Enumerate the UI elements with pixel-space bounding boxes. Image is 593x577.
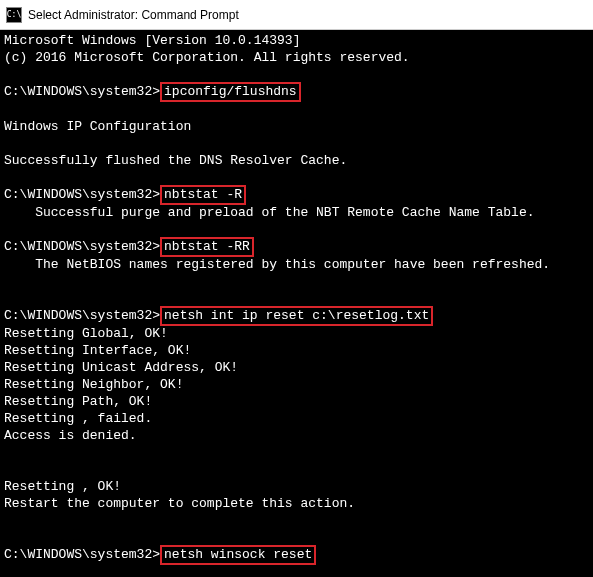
terminal-line: Resetting , failed.: [4, 410, 589, 427]
terminal-line: Successful purge and preload of the NBT …: [4, 204, 589, 221]
prompt-text: C:\WINDOWS\system32>: [4, 187, 160, 202]
terminal-line: [4, 290, 589, 307]
terminal-line: Resetting Interface, OK!: [4, 342, 589, 359]
terminal-line: C:\WINDOWS\system32>ipconfig/flushdns: [4, 83, 589, 101]
command-text: ipconfig/flushdns: [160, 82, 301, 102]
terminal-line: Access is denied.: [4, 427, 589, 444]
terminal-line: [4, 66, 589, 83]
prompt-text: C:\WINDOWS\system32>: [4, 547, 160, 562]
command-text: netsh int ip reset c:\resetlog.txt: [160, 306, 433, 326]
terminal-line: [4, 135, 589, 152]
terminal-line: [4, 564, 589, 577]
terminal-line: [4, 444, 589, 461]
terminal-line: Resetting Path, OK!: [4, 393, 589, 410]
terminal-line: C:\WINDOWS\system32>netsh winsock reset: [4, 546, 589, 564]
command-text: netsh winsock reset: [160, 545, 316, 565]
terminal-line: [4, 529, 589, 546]
cmd-icon: C:\: [6, 7, 22, 23]
terminal-output[interactable]: Microsoft Windows [Version 10.0.14393](c…: [0, 30, 593, 577]
terminal-line: [4, 512, 589, 529]
terminal-line: Resetting Neighbor, OK!: [4, 376, 589, 393]
prompt-text: C:\WINDOWS\system32>: [4, 239, 160, 254]
terminal-line: Windows IP Configuration: [4, 118, 589, 135]
terminal-line: Microsoft Windows [Version 10.0.14393]: [4, 32, 589, 49]
terminal-line: Restart the computer to complete this ac…: [4, 495, 589, 512]
terminal-line: [4, 101, 589, 118]
terminal-line: Resetting Unicast Address, OK!: [4, 359, 589, 376]
terminal-line: Resetting , OK!: [4, 478, 589, 495]
terminal-line: The NetBIOS names registered by this com…: [4, 256, 589, 273]
command-text: nbtstat -RR: [160, 237, 254, 257]
terminal-line: [4, 221, 589, 238]
terminal-line: [4, 169, 589, 186]
terminal-line: [4, 273, 589, 290]
terminal-line: Resetting Global, OK!: [4, 325, 589, 342]
terminal-line: Successfully flushed the DNS Resolver Ca…: [4, 152, 589, 169]
window-titlebar[interactable]: C:\ Select Administrator: Command Prompt: [0, 0, 593, 30]
terminal-line: C:\WINDOWS\system32>nbtstat -RR: [4, 238, 589, 256]
window-title: Select Administrator: Command Prompt: [28, 8, 239, 22]
prompt-text: C:\WINDOWS\system32>: [4, 308, 160, 323]
prompt-text: C:\WINDOWS\system32>: [4, 84, 160, 99]
terminal-line: (c) 2016 Microsoft Corporation. All righ…: [4, 49, 589, 66]
command-text: nbtstat -R: [160, 185, 246, 205]
terminal-line: C:\WINDOWS\system32>nbtstat -R: [4, 186, 589, 204]
terminal-line: [4, 461, 589, 478]
terminal-line: C:\WINDOWS\system32>netsh int ip reset c…: [4, 307, 589, 325]
